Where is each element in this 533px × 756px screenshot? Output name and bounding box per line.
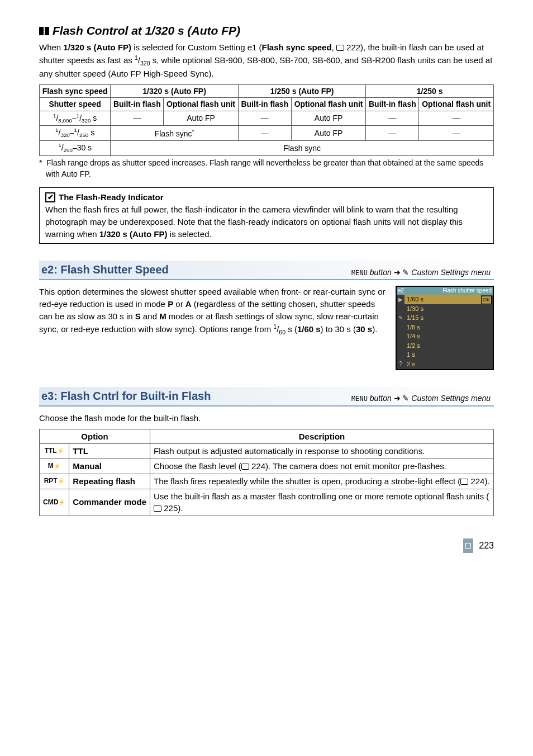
pencil-icon [402, 394, 409, 403]
th-shutter: Shutter speed [40, 98, 111, 111]
book-icon [460, 479, 468, 485]
arrow-icon [394, 268, 401, 277]
table-row: 1/250–30 s Flash sync [40, 141, 494, 156]
setting-location: MENU button Custom Settings menu [351, 393, 491, 404]
table-row: TTL TTL Flash output is adjusted automat… [40, 444, 494, 459]
camera-lcd-preview: e2Flash shutter speed ▶1/60 sOK 1/30 s ✎… [396, 286, 494, 370]
callout-box: ✔ The Flash-Ready Indicator When the fla… [39, 187, 494, 244]
warning-icon: ✔ [45, 192, 55, 202]
sync-speed-table: Flash sync speed 1/320 s (Auto FP) 1/250… [39, 84, 494, 156]
section1-paragraph: When 1/320 s (Auto FP) is selected for C… [39, 41, 494, 80]
bolt-icon [58, 498, 65, 506]
table-row: RPT Repeating flash The flash fires repe… [40, 474, 494, 489]
table-row: 1/8,000–1/320 s — Auto FP — Auto FP — — [40, 111, 494, 126]
heading-bullets [39, 27, 49, 35]
book-icon [336, 45, 344, 51]
th-250fp: 1/250 s (Auto FP) [238, 85, 366, 98]
page-number: 223 [479, 539, 494, 552]
setting-name: e2: Flash Shutter Speed [41, 262, 169, 278]
setting-header-e2: e2: Flash Shutter Speed MENU button Cust… [39, 261, 494, 280]
table-row: 1/320–1/250 s Flash sync* — Auto FP — — [40, 126, 494, 141]
setting-header-e3: e3: Flash Cntrl for Built-in Flash MENU … [39, 387, 494, 407]
table-row: CMD Commander mode Use the built-in flas… [40, 489, 494, 516]
book-icon [241, 464, 249, 470]
page-tab-icon [463, 538, 473, 553]
e2-paragraph: This option determines the slowest shutt… [39, 286, 389, 336]
section-heading: Flash Control at 1/320 s (Auto FP) [39, 22, 494, 39]
flash-mode-table: Option Description TTL TTL Flash output … [39, 429, 494, 517]
pencil-icon [402, 268, 409, 277]
section-title-text: Flash Control at 1/320 s (Auto FP) [53, 22, 240, 39]
setting-name: e3: Flash Cntrl for Built-in Flash [41, 388, 211, 404]
table-footnote: * Flash range drops as shutter speed inc… [39, 157, 494, 180]
th-sync: Flash sync speed [40, 85, 111, 98]
bolt-icon [57, 447, 64, 455]
bolt-icon [54, 462, 61, 470]
table-row: M Manual Choose the flash level ( 224). … [40, 459, 494, 474]
e3-intro: Choose the flash mode for the built-in f… [39, 412, 494, 424]
callout-title: The Flash-Ready Indicator [59, 191, 164, 204]
setting-location: MENU button Custom Settings menu [351, 267, 491, 278]
arrow-icon [394, 394, 401, 403]
th-320: 1/320 s (Auto FP) [111, 85, 239, 98]
callout-body: When the flash fires at full power, the … [45, 204, 488, 240]
bolt-icon [58, 477, 65, 485]
th-250: 1/250 s [366, 85, 494, 98]
book-icon [154, 505, 161, 512]
